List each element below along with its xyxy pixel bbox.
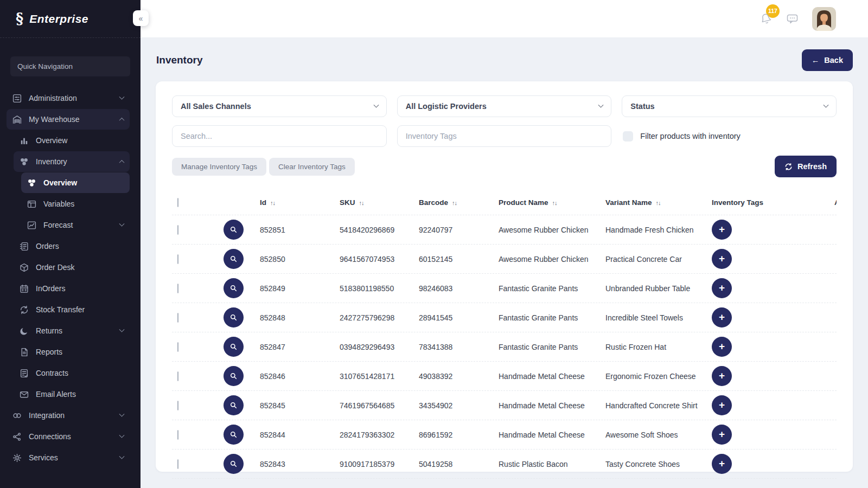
row-detail-button[interactable] (224, 249, 244, 269)
cell-sku: 0394829296493 (340, 343, 419, 351)
sidebar-item-reports[interactable]: Reports (14, 342, 130, 362)
table-row: 852848242727579629828941545Fantastic Gra… (172, 303, 837, 332)
add-inventory-tag-button[interactable]: + (712, 425, 732, 445)
cell-barcode: 60152145 (419, 255, 499, 264)
contract-icon (20, 369, 29, 378)
back-button[interactable]: ← Back (802, 49, 853, 71)
refresh-button[interactable]: Refresh (775, 156, 837, 177)
sidebar-item-connections[interactable]: Connections (7, 426, 130, 447)
sidebar-item-label: Connections (29, 432, 71, 441)
add-inventory-tag-button[interactable]: + (712, 249, 732, 269)
row-checkbox[interactable] (177, 342, 178, 352)
sidebar-collapse-button[interactable]: « (133, 10, 149, 26)
notifications-button[interactable]: 117 (760, 12, 773, 25)
magnifier-icon (229, 284, 238, 292)
search-input[interactable] (172, 125, 387, 147)
add-inventory-tag-button[interactable]: + (712, 278, 732, 298)
sidebar-item-stock-transfer[interactable]: Stock Transfer (14, 299, 130, 320)
sort-icon[interactable]: ↑↓ (452, 200, 457, 206)
sort-icon[interactable]: ↑↓ (656, 200, 661, 206)
magnifier-icon (229, 343, 238, 351)
row-checkbox[interactable] (177, 459, 178, 469)
sort-icon[interactable]: ↑↓ (270, 200, 275, 206)
avatar-image (812, 7, 836, 31)
row-checkbox[interactable] (177, 371, 178, 381)
sidebar-item-services[interactable]: Services (7, 447, 130, 468)
sort-icon[interactable]: ↑↓ (552, 200, 557, 206)
add-inventory-tag-button[interactable]: + (712, 454, 732, 474)
sidebar-item-administration[interactable]: Administration (7, 88, 130, 108)
row-checkbox[interactable] (177, 254, 178, 264)
cell-barcode: 49038392 (419, 372, 499, 381)
back-arrow-icon: ← (812, 56, 820, 65)
sidebar-item-variables[interactable]: Variables (21, 194, 130, 214)
row-detail-button[interactable] (224, 395, 244, 415)
row-detail-button[interactable] (224, 278, 244, 298)
row-checkbox[interactable] (177, 430, 178, 440)
sales-channels-select[interactable]: All Sales Channels (172, 95, 387, 117)
cell-variant-name: Incredible Steel Towels (605, 313, 712, 322)
column-header-barcode[interactable]: Barcode↑↓ (419, 198, 499, 207)
column-header-id[interactable]: Id↑↓ (260, 198, 340, 207)
row-checkbox[interactable] (177, 225, 178, 235)
sidebar-item-overview[interactable]: Overview (14, 130, 130, 151)
cell-sku: 5418420296869 (340, 226, 419, 234)
sliders-icon (12, 94, 22, 103)
row-checkbox[interactable] (177, 313, 178, 323)
inventory-tags-input[interactable] (397, 125, 612, 147)
quick-navigation-input[interactable] (10, 56, 130, 76)
sidebar-item-email-alerts[interactable]: Email Alerts (14, 384, 130, 404)
table-row: 852847039482929649378341388Fantastic Gra… (172, 332, 837, 361)
sidebar-item-label: Stock Transfer (36, 305, 85, 314)
sidebar-item-order-desk[interactable]: Order Desk (14, 257, 130, 278)
column-header-product-name[interactable]: Product Name↑↓ (499, 198, 605, 207)
bar-chart-icon (20, 136, 29, 145)
sidebar-item-returns[interactable]: Returns (14, 320, 130, 341)
row-checkbox[interactable] (177, 401, 178, 410)
row-detail-button[interactable] (224, 425, 244, 445)
add-inventory-tag-button[interactable]: + (712, 307, 732, 328)
column-header-sku[interactable]: SKU↑↓ (340, 198, 419, 207)
manage-inventory-tags-button[interactable]: Manage Inventory Tags (172, 158, 266, 176)
row-detail-button[interactable] (224, 220, 244, 240)
cell-id: 852850 (260, 255, 340, 264)
add-inventory-tag-button[interactable]: + (712, 366, 732, 386)
sidebar-item-overview[interactable]: Overview (21, 172, 130, 193)
topbar: 117 (141, 0, 868, 38)
orders-icon (20, 242, 29, 251)
sidebar-item-label: Orders (36, 242, 59, 251)
cell-variant-name: Handcrafted Concrete Shirt (605, 401, 712, 410)
sidebar-item-contracts[interactable]: Contracts (14, 363, 130, 383)
messages-button[interactable] (786, 12, 799, 25)
row-detail-button[interactable] (224, 454, 244, 474)
sidebar-item-orders[interactable]: Orders (14, 236, 130, 256)
status-select[interactable]: Status (622, 95, 837, 117)
table-header-row: Id↑↓SKU↑↓Barcode↑↓Product Name↑↓Variant … (172, 190, 837, 215)
add-inventory-tag-button[interactable]: + (712, 395, 732, 415)
row-detail-button[interactable] (224, 366, 244, 386)
sidebar-item-label: Variables (43, 200, 74, 208)
magnifier-icon (229, 372, 238, 380)
sidebar-item-forecast[interactable]: Forecast (21, 215, 130, 235)
chevron-down-icon (119, 411, 125, 416)
clear-inventory-tags-button[interactable]: Clear Inventory Tags (269, 158, 355, 176)
chevron-up-icon (119, 159, 125, 165)
sidebar-item-inorders[interactable]: InOrders (14, 278, 130, 299)
add-inventory-tag-button[interactable]: + (712, 337, 732, 357)
sort-icon[interactable]: ↑↓ (359, 200, 364, 206)
row-checkbox[interactable] (177, 284, 178, 293)
table-row: 852851541842029686992240797Awesome Rubbe… (172, 215, 837, 244)
logistic-providers-select[interactable]: All Logistic Providers (397, 95, 612, 117)
row-detail-button[interactable] (224, 307, 244, 328)
column-header-variant-name[interactable]: Variant Name↑↓ (605, 198, 712, 207)
user-avatar[interactable] (812, 7, 836, 31)
row-detail-button[interactable] (224, 337, 244, 357)
sidebar-item-integration[interactable]: Integration (7, 405, 130, 426)
filter-products-checkbox[interactable] (623, 131, 633, 142)
sidebar-item-inventory[interactable]: Inventory (14, 151, 130, 172)
cell-product-name: Fantastic Granite Pants (499, 284, 605, 293)
add-inventory-tag-button[interactable]: + (712, 220, 732, 240)
select-all-checkbox[interactable] (177, 198, 178, 207)
sidebar-item-label: Order Desk (36, 263, 75, 272)
sidebar-item-my-warehouse[interactable]: My Warehouse (7, 109, 130, 130)
